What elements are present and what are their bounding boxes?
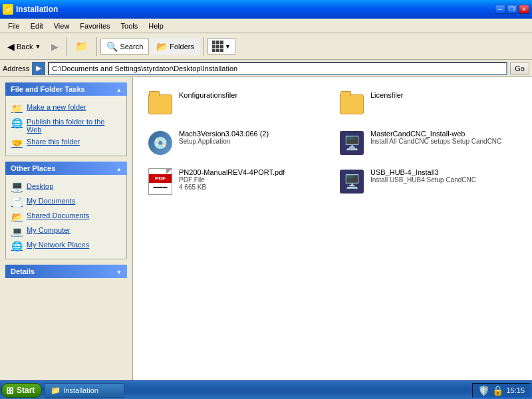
desktop-label: Desktop	[27, 182, 53, 190]
file-tasks-header[interactable]: File and Folder Tasks	[5, 82, 127, 96]
file-tasks-section: File and Folder Tasks 📁 Make a new folde…	[5, 82, 127, 156]
folders-icon: 📂	[156, 41, 168, 52]
details-label: Details	[11, 267, 35, 275]
file-name: Mach3Version3.043.066 (2)	[179, 130, 269, 138]
list-item[interactable]: Licensfiler	[335, 88, 521, 121]
menu-help[interactable]: Help	[143, 21, 169, 31]
window-title: Installation	[16, 5, 58, 14]
menu-favorites[interactable]: Favorites	[74, 21, 115, 31]
close-button[interactable]: ✕	[519, 5, 529, 14]
shared-documents-label: Shared Documents	[27, 211, 89, 219]
app-icon: 🖥️	[338, 130, 365, 156]
up-button[interactable]: 📁	[70, 37, 93, 55]
menu-tools[interactable]: Tools	[116, 21, 144, 31]
file-name: Licensfiler	[370, 91, 404, 99]
shared-documents-icon: 📂	[11, 211, 23, 222]
share-folder-label: Share this folder	[27, 138, 80, 146]
list-item[interactable]: Konfigurationsfiler	[144, 88, 330, 121]
desktop-icon: 🖥️	[11, 182, 23, 193]
file-info: USB_HUB-4_Install3 Install USB_HUB4 Setu…	[370, 168, 476, 184]
back-label: Back	[17, 43, 33, 51]
search-icon: 🔍	[106, 41, 118, 52]
antivirus-tray-icon: 🔒	[492, 385, 503, 396]
view-dropdown-icon: ▼	[225, 43, 231, 50]
my-documents-link[interactable]: 📄 My Documents	[11, 195, 121, 209]
security-tray-icon: 🛡️	[478, 385, 489, 396]
folders-button[interactable]: 📂 Folders	[150, 39, 200, 55]
forward-arrow-icon: ▶	[51, 41, 59, 52]
main-area: File and Folder Tasks 📁 Make a new folde…	[0, 77, 532, 380]
title-bar: 📁 Installation ─ ❐ ✕	[0, 0, 532, 19]
restore-button[interactable]: ❐	[507, 5, 517, 14]
list-item[interactable]: 💿 Mach3Version3.043.066 (2) Setup Applic…	[144, 126, 330, 160]
start-button[interactable]: ⊞ Start	[1, 383, 42, 398]
app-icon: 🖥️	[338, 168, 365, 195]
view-grid-icon	[212, 41, 223, 52]
my-computer-link[interactable]: 💻 My Computer	[11, 224, 121, 239]
my-documents-label: My Documents	[27, 197, 75, 205]
taskbar-item-installation[interactable]: 📁 Installation	[45, 383, 124, 398]
list-item[interactable]: 🖥️ MasterCandCNC_Install-web Install All…	[335, 126, 521, 160]
file-desc: Install USB_HUB4 Setup CandCNC	[370, 176, 476, 184]
file-tasks-chevron-icon	[116, 85, 122, 93]
back-dropdown-icon: ▼	[35, 43, 41, 50]
my-documents-icon: 📄	[11, 197, 23, 207]
up-folder-icon: 📁	[75, 40, 88, 53]
file-desc: Setup Application	[179, 138, 269, 145]
forward-button[interactable]: ▶	[47, 39, 63, 55]
details-chevron-icon	[116, 267, 122, 275]
address-nav-arrow-right[interactable]: ▶	[32, 62, 45, 75]
system-tray: 🛡️ 🔒 15:15	[472, 383, 531, 398]
file-info: PN200-ManualREV4-4PORT.pdf PDF File4 665…	[179, 168, 285, 191]
file-info: MasterCandCNC_Install-web Install All Ca…	[370, 130, 501, 145]
address-nav: ▶	[32, 62, 45, 75]
folder-icon	[147, 91, 174, 118]
address-input[interactable]	[48, 62, 507, 75]
start-label: Start	[17, 386, 35, 395]
desktop-link[interactable]: 🖥️ Desktop	[11, 180, 121, 195]
my-computer-label: My Computer	[27, 226, 70, 234]
file-info: Licensfiler	[370, 91, 404, 99]
go-button[interactable]: Go	[510, 63, 529, 74]
menu-bar: File Edit View Favorites Tools Help	[0, 19, 532, 33]
menu-edit[interactable]: Edit	[25, 21, 49, 31]
menu-file[interactable]: File	[3, 21, 25, 31]
list-item[interactable]: PDF ▬▬▬ PN200-ManualREV4-4PORT.pdf PDF F…	[144, 165, 330, 198]
file-desc: PDF File4 665 KB	[179, 176, 285, 191]
pdf-icon: PDF ▬▬▬	[147, 168, 174, 195]
toolbar: ◀ Back ▼ ▶ 📁 🔍 Search 📂 Folders ▼	[0, 33, 532, 60]
file-info: Konfigurationsfiler	[179, 91, 237, 99]
folders-label: Folders	[170, 43, 194, 51]
file-info: Mach3Version3.043.066 (2) Setup Applicat…	[179, 130, 269, 145]
file-name: MasterCandCNC_Install-web	[370, 130, 501, 138]
window-icon: 📁	[3, 4, 13, 15]
view-button[interactable]: ▼	[207, 38, 235, 55]
search-button[interactable]: 🔍 Search	[100, 39, 149, 55]
title-bar-buttons: ─ ❐ ✕	[495, 5, 529, 14]
file-name: Konfigurationsfiler	[179, 91, 237, 99]
network-icon: 🌐	[11, 241, 23, 251]
other-places-content: 🖥️ Desktop 📄 My Documents 📂 Shared Docum…	[5, 175, 127, 259]
list-item[interactable]: 🖥️ USB_HUB-4_Install3 Install USB_HUB4 S…	[335, 165, 521, 198]
file-desc: Install All CandCNC setups Setup CandCNC	[370, 138, 501, 145]
other-places-header[interactable]: Other Places	[5, 162, 127, 175]
folder-icon	[338, 91, 365, 118]
back-button[interactable]: ◀ Back ▼	[3, 39, 45, 55]
make-new-folder-link[interactable]: 📁 Make a new folder	[11, 101, 121, 116]
minimize-button[interactable]: ─	[495, 5, 505, 14]
left-panel: File and Folder Tasks 📁 Make a new folde…	[0, 77, 133, 380]
taskbar: ⊞ Start 📁 Installation 🛡️ 🔒 15:15	[0, 380, 532, 399]
details-header[interactable]: Details	[5, 265, 127, 278]
publish-folder-link[interactable]: 🌐 Publish this folder to the Web	[11, 116, 121, 136]
separator-1	[66, 37, 67, 56]
network-places-label: My Network Places	[27, 241, 89, 249]
share-folder-link[interactable]: 🤝 Share this folder	[11, 136, 121, 150]
network-places-link[interactable]: 🌐 My Network Places	[11, 239, 121, 253]
publish-icon: 🌐	[11, 118, 23, 128]
address-label: Address	[3, 65, 29, 72]
menu-view[interactable]: View	[49, 21, 75, 31]
address-bar: Address ▶ Go	[0, 60, 532, 77]
new-folder-icon: 📁	[11, 103, 23, 114]
other-places-section: Other Places 🖥️ Desktop 📄 My Documents 📂…	[5, 162, 127, 259]
shared-documents-link[interactable]: 📂 Shared Documents	[11, 209, 121, 224]
